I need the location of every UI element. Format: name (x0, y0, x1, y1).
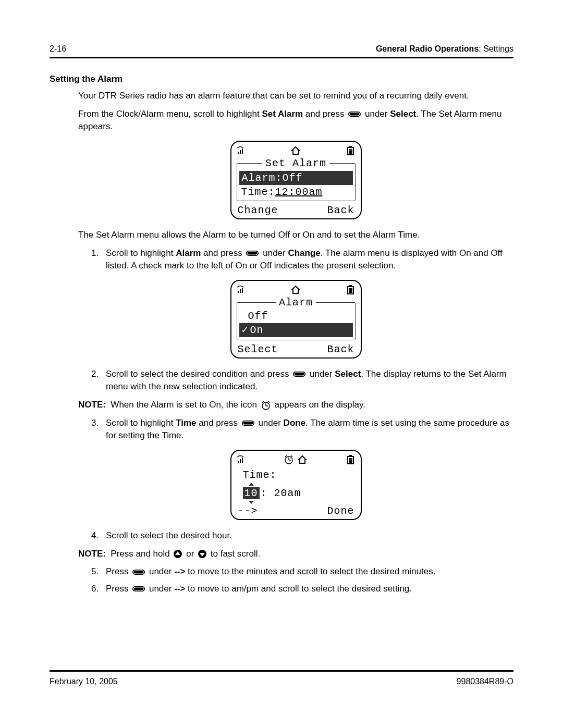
softkey-left: Select (238, 343, 278, 355)
softkey-button-icon (241, 418, 255, 428)
note-alarm-icon: NOTE: When the Alarm is set to On, the i… (78, 399, 513, 412)
lcd-row-on: On (239, 323, 353, 337)
signal-icon (237, 455, 245, 464)
note-fast-scroll: NOTE: Press and hold or to fast scroll. (78, 548, 513, 561)
softkey-button-icon (132, 567, 145, 577)
signal-icon (237, 286, 245, 294)
lcd-title: Set Alarm (262, 157, 329, 169)
down-arrow-icon (198, 549, 207, 559)
footer-docnum: 9980384R89-O (457, 677, 513, 686)
step-6: 6. Press under --> to move to am/pm and … (91, 583, 513, 596)
softkey-left: Change (238, 204, 278, 216)
home-icon (290, 146, 301, 155)
section-title: General Radio Operations: Settings (376, 44, 513, 54)
softkey-button-icon (348, 109, 361, 119)
paragraph-set-alarm-desc: The Set Alarm menu allows the Alarm to b… (78, 229, 513, 242)
lcd-set-alarm: Set Alarm Alarm:Off Time:12:00am Change … (230, 141, 362, 219)
footer-date: February 10, 2005 (50, 677, 118, 686)
page-footer: February 10, 2005 9980384R89-O (50, 670, 513, 686)
home-icon (290, 285, 301, 294)
signal-icon (237, 146, 245, 155)
lcd-time-value: 10: 20am (241, 487, 356, 500)
alarm-icon (284, 454, 294, 465)
home-icon (297, 455, 308, 464)
page-number: 2-16 (50, 44, 66, 54)
battery-icon (346, 285, 356, 295)
step-1: 1. Scroll to highlight Alarm and press u… (91, 247, 513, 273)
battery-icon (346, 454, 356, 465)
step-5: 5. Press under --> to move to the minute… (91, 565, 513, 578)
lcd-row-time: Time:12:00am (239, 186, 353, 199)
step-3: 3. Scroll to highlight Time and press un… (91, 417, 513, 442)
page-header: 2-16 General Radio Operations: Settings (50, 44, 513, 58)
step-2: 2. Scroll to select the desired conditio… (91, 368, 513, 393)
battery-icon (346, 145, 356, 156)
paragraph-open-set-alarm: From the Clock/Alarm menu, scroll to hig… (78, 108, 513, 133)
intro-paragraph: Your DTR Series radio has an alarm featu… (78, 90, 513, 103)
lcd-title: Alarm (276, 297, 316, 309)
softkey-left: --> (238, 505, 258, 517)
softkey-right: Back (327, 204, 354, 216)
softkey-right: Done (327, 505, 354, 517)
up-arrow-icon (173, 549, 182, 559)
softkey-button-icon (292, 369, 306, 379)
lcd-time-edit: Time: 10: 20am --> Done (230, 450, 362, 520)
lcd-row-off: Off (239, 310, 353, 323)
alarm-icon (261, 400, 271, 411)
softkey-button-icon (132, 584, 145, 594)
heading-setting-alarm: Setting the Alarm (50, 74, 513, 84)
lcd-time-label: Time: (241, 468, 356, 482)
softkey-button-icon (246, 249, 259, 258)
lcd-alarm-onoff: Alarm Off On Select Back (230, 280, 362, 359)
lcd-row-alarm: Alarm:Off (239, 171, 353, 185)
softkey-right: Back (327, 343, 354, 355)
step-4: 4. Scroll to select the desired hour. (91, 529, 513, 542)
